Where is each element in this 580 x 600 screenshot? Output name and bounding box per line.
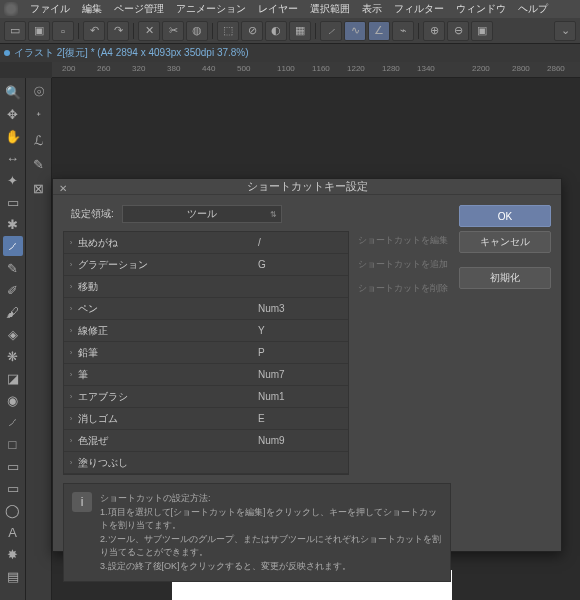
shortcut-row[interactable]: ›エアブラシNum1 bbox=[64, 386, 348, 408]
area-select[interactable]: ツール ⇅ bbox=[122, 205, 282, 223]
chevron-updown-icon: ⇅ bbox=[270, 210, 277, 219]
expand-caret-icon: › bbox=[64, 414, 78, 423]
shortcut-row[interactable]: ›消しゴムE bbox=[64, 408, 348, 430]
shortcut-row[interactable]: ›色混ぜNum9 bbox=[64, 430, 348, 452]
redo-icon[interactable]: ↷ bbox=[107, 21, 129, 41]
shortcut-row[interactable]: ›移動 bbox=[64, 276, 348, 298]
effect-icon[interactable]: ✸ bbox=[3, 544, 23, 564]
menu-animation[interactable]: アニメーション bbox=[176, 2, 246, 16]
menu-page[interactable]: ページ管理 bbox=[114, 2, 164, 16]
subtool-2-icon[interactable]: ᐩ bbox=[29, 106, 49, 126]
undo-icon[interactable]: ↶ bbox=[83, 21, 105, 41]
fit-icon[interactable]: ▣ bbox=[471, 21, 493, 41]
shortcut-key: G bbox=[258, 259, 348, 270]
snap2-icon[interactable]: ∠ bbox=[368, 21, 390, 41]
edit-shortcut-button[interactable]: ショートカットを編集 bbox=[355, 231, 451, 249]
decoration-icon[interactable]: ❋ bbox=[3, 346, 23, 366]
shortcut-name: ペン bbox=[78, 302, 258, 316]
dialog-title: ショートカットキー設定 bbox=[247, 179, 368, 194]
invert-icon[interactable]: ◐ bbox=[265, 21, 287, 41]
open-icon[interactable]: ▣ bbox=[28, 21, 50, 41]
ruler-icon[interactable]: ⟋ bbox=[320, 21, 342, 41]
tool-column-2: ⦾ ᐩ ℒ ✎ ⊠ bbox=[26, 78, 52, 600]
sparkle-icon[interactable]: ✱ bbox=[3, 214, 23, 234]
info-line-2: 2.ツール、サブツールのグループ、またはサブツールにそれぞれショートカットを割り… bbox=[100, 533, 442, 560]
shortcut-name: 移動 bbox=[78, 280, 258, 294]
gradient-icon[interactable]: ▤ bbox=[3, 566, 23, 586]
ruler2-icon[interactable]: ▭ bbox=[3, 478, 23, 498]
horizontal-ruler: 200 260 320 380 440 500 1100 1160 1220 1… bbox=[52, 62, 580, 78]
chevron-down-icon[interactable]: ⌄ bbox=[554, 21, 576, 41]
shortcut-row[interactable]: ›グラデーションG bbox=[64, 254, 348, 276]
shape-icon[interactable]: □ bbox=[3, 434, 23, 454]
save-icon[interactable]: ▫ bbox=[52, 21, 74, 41]
clear-icon[interactable]: ✕ bbox=[138, 21, 160, 41]
subtool-3-icon[interactable]: ℒ bbox=[29, 130, 49, 150]
subtool-5-icon[interactable]: ⊠ bbox=[29, 178, 49, 198]
pencil-icon[interactable]: ✐ bbox=[3, 280, 23, 300]
menu-view[interactable]: 表示 bbox=[362, 2, 382, 16]
balloon-icon[interactable]: ◯ bbox=[3, 500, 23, 520]
add-shortcut-button[interactable]: ショートカットを追加 bbox=[355, 255, 451, 273]
reset-button[interactable]: 初期化 bbox=[459, 267, 551, 289]
shortcut-list[interactable]: ›虫めがね/›グラデーションG›移動›ペンNum3›線修正Y›鉛筆P›筆Num7… bbox=[63, 231, 349, 475]
menu-selection[interactable]: 選択範囲 bbox=[310, 2, 350, 16]
airbrush-icon[interactable]: ◈ bbox=[3, 324, 23, 344]
subtool-1-icon[interactable]: ⦾ bbox=[29, 82, 49, 102]
subtool-4-icon[interactable]: ✎ bbox=[29, 154, 49, 174]
deselect-icon[interactable]: ⊘ bbox=[241, 21, 263, 41]
blend-icon[interactable]: ◉ bbox=[3, 390, 23, 410]
delete-shortcut-button[interactable]: ショートカットを削除 bbox=[355, 279, 451, 297]
text-icon[interactable]: A bbox=[3, 522, 23, 542]
line-icon[interactable]: ⟋ bbox=[3, 412, 23, 432]
shortcut-row[interactable]: ›線修正Y bbox=[64, 320, 348, 342]
tab-dot-icon bbox=[4, 50, 10, 56]
document-tab[interactable]: イラスト 2[復元] * (A4 2894 x 4093px 350dpi 37… bbox=[14, 46, 249, 60]
info-title: ショートカットの設定方法: bbox=[100, 492, 442, 506]
shortcut-row[interactable]: ›塗りつぶし bbox=[64, 452, 348, 474]
shortcut-key: P bbox=[258, 347, 348, 358]
eraser-icon[interactable]: ◪ bbox=[3, 368, 23, 388]
pen-icon[interactable]: ✎ bbox=[3, 258, 23, 278]
menu-file[interactable]: ファイル bbox=[30, 2, 70, 16]
snap1-icon[interactable]: ∿ bbox=[344, 21, 366, 41]
close-icon[interactable]: ✕ bbox=[59, 183, 67, 194]
cancel-button[interactable]: キャンセル bbox=[459, 231, 551, 253]
selectborder-icon[interactable]: ▦ bbox=[289, 21, 311, 41]
zoomout-icon[interactable]: ⊖ bbox=[447, 21, 469, 41]
shortcut-row[interactable]: ›鉛筆P bbox=[64, 342, 348, 364]
frame-icon[interactable]: ▭ bbox=[3, 456, 23, 476]
shortcut-row[interactable]: ›虫めがね/ bbox=[64, 232, 348, 254]
magnifier-icon[interactable]: 🔍 bbox=[3, 82, 23, 102]
operation-icon[interactable]: ↔ bbox=[3, 148, 23, 168]
brush-icon[interactable]: 🖌 bbox=[3, 302, 23, 322]
expand-caret-icon: › bbox=[64, 392, 78, 401]
menu-filter[interactable]: フィルター bbox=[394, 2, 444, 16]
info-box: i ショートカットの設定方法: 1.項目を選択して[ショートカットを編集]をクリ… bbox=[63, 483, 451, 582]
fill-icon[interactable]: ◍ bbox=[186, 21, 208, 41]
shortcut-name: 筆 bbox=[78, 368, 258, 382]
shortcut-settings-dialog: ✕ ショートカットキー設定 設定領域: ツール ⇅ ›虫めがね/›グラデーション… bbox=[52, 178, 562, 552]
shortcut-row[interactable]: ›ペンNum3 bbox=[64, 298, 348, 320]
eyedropper-icon[interactable]: ⟋ bbox=[3, 236, 23, 256]
move-icon[interactable]: ✥ bbox=[3, 104, 23, 124]
shortcut-key: Y bbox=[258, 325, 348, 336]
new-icon[interactable]: ▭ bbox=[4, 21, 26, 41]
menu-window[interactable]: ウィンドウ bbox=[456, 2, 506, 16]
shortcut-name: グラデーション bbox=[78, 258, 258, 272]
menu-layer[interactable]: レイヤー bbox=[258, 2, 298, 16]
shortcut-key: Num9 bbox=[258, 435, 348, 446]
select-icon[interactable]: ⬚ bbox=[217, 21, 239, 41]
cut-icon[interactable]: ✂ bbox=[162, 21, 184, 41]
shortcut-row[interactable]: ›筆Num7 bbox=[64, 364, 348, 386]
expand-caret-icon: › bbox=[64, 282, 78, 291]
menu-help[interactable]: ヘルプ bbox=[518, 2, 548, 16]
snap3-icon[interactable]: ⌁ bbox=[392, 21, 414, 41]
marquee-icon[interactable]: ▭ bbox=[3, 192, 23, 212]
cross-icon[interactable]: ✦ bbox=[3, 170, 23, 190]
menu-edit[interactable]: 編集 bbox=[82, 2, 102, 16]
ok-button[interactable]: OK bbox=[459, 205, 551, 227]
hand-icon[interactable]: ✋ bbox=[3, 126, 23, 146]
zoomin-icon[interactable]: ⊕ bbox=[423, 21, 445, 41]
menu-bar: ファイル 編集 ページ管理 アニメーション レイヤー 選択範囲 表示 フィルター… bbox=[0, 0, 580, 18]
